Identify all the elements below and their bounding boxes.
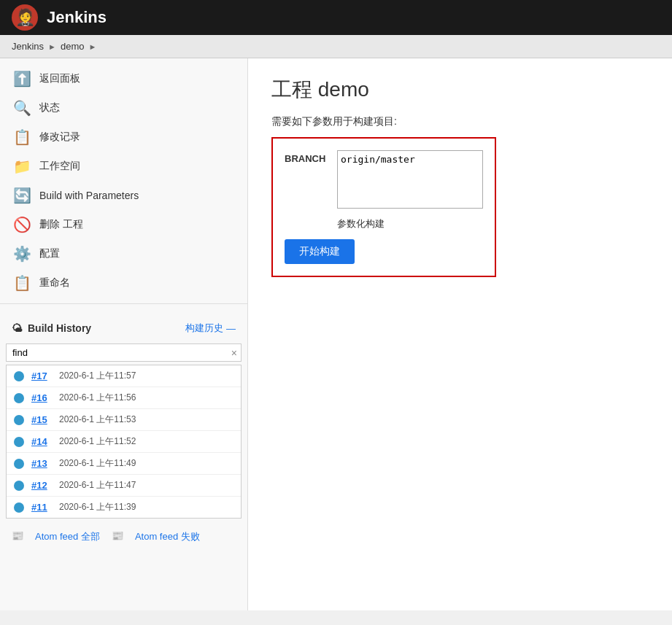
build-number-link[interactable]: #15 [31,414,52,425]
sidebar-divider [0,303,247,304]
sidebar-item-status[interactable]: 🔍 状态 [0,93,247,123]
build-history-title: 🌤 Build History [12,322,91,334]
build-number-link[interactable]: #13 [31,458,52,469]
build-status-dot [14,481,24,491]
breadcrumb-sep-2: ► [89,42,97,51]
sidebar-label-build-params: Build with Parameters [39,190,139,201]
build-status-dot [14,415,24,425]
build-row: #15 2020-6-1 上午11:53 [7,409,241,431]
build-number-link[interactable]: #11 [31,502,52,513]
build-history-header: 🌤 Build History 构建历史 — [0,316,247,341]
sidebar-item-workspace[interactable]: 📁 工作空间 [0,152,247,181]
sidebar-item-config[interactable]: ⚙️ 配置 [0,239,247,268]
sidebar-item-delete[interactable]: 🚫 删除 工程 [0,210,247,239]
atom-fail-link[interactable]: Atom feed 失败 [135,530,200,543]
build-number-link[interactable]: #14 [31,436,52,447]
dash-icon: — [226,323,236,334]
build-params-icon: 🔄 [12,187,32,204]
delete-icon: 🚫 [12,216,32,233]
rename-icon: 📋 [12,274,32,292]
build-form-box: BRANCH origin/master 参数化构建 开始构建 [271,137,496,277]
sidebar-item-build-params[interactable]: 🔄 Build with Parameters [0,181,247,210]
build-status-dot [14,459,24,469]
param-name-label: BRANCH [285,150,328,164]
page-title: 工程 demo [271,76,649,104]
build-timestamp: 2020-6-1 上午11:52 [59,435,136,448]
find-box-wrap: × [0,341,247,365]
build-row: #14 2020-6-1 上午11:52 [7,431,241,453]
build-row: #12 2020-6-1 上午11:47 [7,475,241,497]
build-history-section: 🌤 Build History 构建历史 — × #17 2020-6-1 上午… [0,310,247,524]
changelog-icon: 📋 [12,128,32,146]
find-input[interactable] [6,343,242,362]
sidebar-label-config: 配置 [39,247,60,260]
atom-all-link[interactable]: Atom feed 全部 [35,530,100,543]
build-status-dot [14,437,24,447]
build-timestamp: 2020-6-1 上午11:47 [59,479,136,492]
sidebar-item-changelog[interactable]: 📋 修改记录 [0,123,247,152]
find-clear-icon[interactable]: × [231,347,237,359]
build-status-dot [14,393,24,403]
sidebar-label-changelog: 修改记录 [39,131,80,144]
param-row: BRANCH origin/master [285,150,483,209]
jenkins-title: Jenkins [47,8,107,27]
atom-icon-2: 📰 [112,530,123,543]
build-history-link-label: 构建历史 [185,322,223,335]
build-history-link[interactable]: 构建历史 — [185,322,236,335]
build-history-label: Build History [28,322,91,334]
status-icon: 🔍 [12,99,32,117]
build-timestamp: 2020-6-1 上午11:39 [59,501,136,513]
param-hint: 参数化构建 [337,217,483,230]
build-row: #13 2020-6-1 上午11:49 [7,453,241,475]
build-row: #16 2020-6-1 上午11:56 [7,387,241,409]
workspace-icon: 📁 [12,158,32,175]
build-timestamp: 2020-6-1 上午11:57 [59,370,136,382]
build-params-intro: 需要如下参数用于构建项目: [271,115,649,128]
start-build-button[interactable]: 开始构建 [285,239,355,264]
sidebar-label-rename: 重命名 [39,276,70,290]
sidebar-item-rename[interactable]: 📋 重命名 [0,268,247,298]
build-list: #17 2020-6-1 上午11:57 #16 2020-6-1 上午11:5… [6,365,242,519]
sidebar-label-workspace: 工作空间 [39,160,80,173]
build-row: #17 2020-6-1 上午11:57 [7,365,241,387]
config-icon: ⚙️ [12,245,32,263]
build-row: #11 2020-6-1 上午11:39 [7,497,241,518]
build-number-link[interactable]: #12 [31,480,52,491]
sidebar-label-back: 返回面板 [39,72,80,85]
header: 🤵 Jenkins [0,0,672,35]
branch-input[interactable]: origin/master [337,150,483,209]
build-number-link[interactable]: #16 [31,392,52,403]
sidebar-label-delete: 删除 工程 [39,218,83,231]
sidebar-item-back[interactable]: ⬆️ 返回面板 [0,64,247,93]
build-status-dot [14,502,24,513]
build-timestamp: 2020-6-1 上午11:56 [59,392,136,404]
main-content: 工程 demo 需要如下参数用于构建项目: BRANCH origin/mast… [248,58,672,610]
layout: ⬆️ 返回面板 🔍 状态 📋 修改记录 📁 工作空间 🔄 Build with … [0,58,672,610]
build-timestamp: 2020-6-1 上午11:53 [59,414,136,426]
build-timestamp: 2020-6-1 上午11:49 [59,457,136,470]
jenkins-logo: 🤵 [12,4,38,31]
sidebar-footer: 📰 Atom feed 全部 📰 Atom feed 失败 [0,524,247,549]
breadcrumb-sep-1: ► [48,42,56,51]
build-status-dot [14,371,24,381]
sidebar: ⬆️ 返回面板 🔍 状态 📋 修改记录 📁 工作空间 🔄 Build with … [0,58,248,610]
breadcrumb-demo[interactable]: demo [61,41,85,52]
breadcrumb: Jenkins ► demo ► [0,35,672,58]
breadcrumb-jenkins[interactable]: Jenkins [12,41,44,52]
sidebar-label-status: 状态 [39,101,60,114]
build-number-link[interactable]: #17 [31,370,52,381]
back-icon: ⬆️ [12,70,32,88]
sun-icon: 🌤 [12,322,22,334]
atom-icon-1: 📰 [12,530,23,543]
